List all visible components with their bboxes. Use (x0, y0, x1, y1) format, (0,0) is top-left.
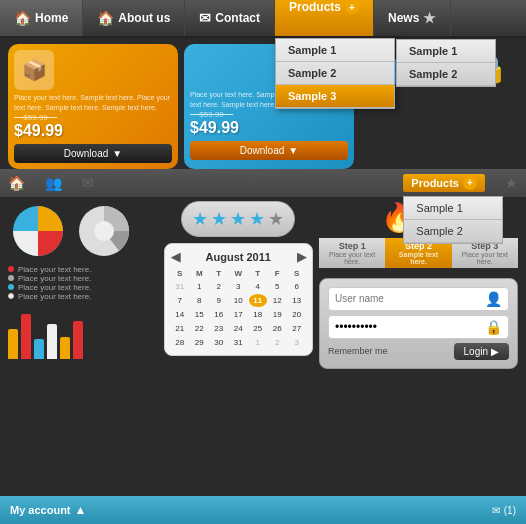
login-button[interactable]: Login ▶ (454, 343, 509, 360)
cal-day-8[interactable]: 8 (190, 294, 209, 307)
cal-day-23[interactable]: 23 (210, 322, 229, 335)
stars-widget[interactable]: ★ ★ ★ ★ ★ (181, 201, 295, 237)
products-dropdown: Sample 1 Sample 2 Sample 3 Sample 1 Samp… (275, 38, 395, 109)
cal-day-31b[interactable]: 31 (229, 336, 248, 349)
cal-day-25[interactable]: 25 (249, 322, 268, 335)
calendar-header: ◀ August 2011 ▶ (171, 250, 307, 264)
nav-news[interactable]: News ★ (374, 0, 451, 36)
pie-chart-1 (8, 201, 68, 261)
cal-day-5[interactable]: 5 (268, 280, 287, 293)
cal-day-9[interactable]: 9 (210, 294, 229, 307)
pie-charts (8, 201, 158, 261)
cal-day-7[interactable]: 7 (171, 294, 190, 307)
cal-day-10[interactable]: 10 (229, 294, 248, 307)
cal-day-11[interactable]: 11 (249, 294, 268, 307)
sep-dropdown-item2[interactable]: Sample 2 (404, 220, 502, 243)
dropdown-sample2[interactable]: Sample 2 (276, 62, 394, 85)
cal-day-22[interactable]: 22 (190, 322, 209, 335)
cal-day-14[interactable]: 14 (171, 308, 190, 321)
nav-products[interactable]: Products + Sample 1 Sample 2 Sample 3 Sa… (275, 0, 374, 36)
nav-home[interactable]: 🏠 Home (0, 0, 83, 36)
bar-6 (73, 321, 83, 359)
star-1[interactable]: ★ (192, 208, 208, 230)
cal-day-2b[interactable]: 2 (268, 336, 287, 349)
sep-dropdown-item1[interactable]: Sample 1 (404, 197, 502, 220)
nav-contact-label: Contact (215, 11, 260, 25)
cal-day-17[interactable]: 17 (229, 308, 248, 321)
product-image-1: 📦 (14, 50, 54, 90)
sep-products-text: Products (411, 177, 459, 189)
legend-dot-3 (8, 284, 14, 290)
cal-day-13[interactable]: 13 (288, 294, 307, 307)
star-3[interactable]: ★ (230, 208, 246, 230)
cal-day-24[interactable]: 24 (229, 322, 248, 335)
bar-2 (21, 314, 31, 359)
contact-icon: ✉ (199, 10, 211, 26)
remember-row: Remember me Login ▶ (328, 343, 509, 360)
cal-prev-button[interactable]: ◀ (171, 250, 180, 264)
lock-input-icon: 🔒 (485, 319, 502, 335)
nav-news-label: News (388, 11, 419, 25)
separator-bar: 🏠 👥 ✉ Products + Sample 1 Sample 2 ★ (0, 169, 526, 197)
card2-download-button[interactable]: Download ▼ (190, 141, 348, 160)
cal-day-19[interactable]: 19 (268, 308, 287, 321)
cal-day-20[interactable]: 20 (288, 308, 307, 321)
bar-4 (47, 324, 57, 359)
calendar: ◀ August 2011 ▶ S M T W T F S 31 1 2 3 (164, 243, 314, 356)
card1-download-button[interactable]: Download ▼ (14, 144, 172, 163)
legend-dot-4 (8, 293, 14, 299)
cal-month-label: August 2011 (206, 251, 271, 263)
cal-day-15[interactable]: 15 (190, 308, 209, 321)
cal-day-4[interactable]: 4 (249, 280, 268, 293)
cal-day-26[interactable]: 26 (268, 322, 287, 335)
star-4[interactable]: ★ (249, 208, 265, 230)
cal-day-31[interactable]: 31 (171, 280, 190, 293)
username-input[interactable] (335, 293, 485, 304)
cal-day-29[interactable]: 29 (190, 336, 209, 349)
sep-products-label[interactable]: Products + (403, 174, 485, 192)
cal-header-s2: S (288, 268, 307, 279)
footer-mail-icon: ✉ (492, 505, 500, 516)
legend-item-1: Place your text here. (8, 265, 158, 274)
legend-item-3: Place your text here. (8, 283, 158, 292)
star-5[interactable]: ★ (268, 208, 284, 230)
chart-legend: Place your text here. Place your text he… (8, 265, 158, 301)
cal-day-12[interactable]: 12 (268, 294, 287, 307)
nav-about[interactable]: 🏠 About us (83, 0, 185, 36)
nav-products-label: Products (289, 0, 341, 36)
about-icon: 🏠 (97, 10, 114, 26)
cal-day-30[interactable]: 30 (210, 336, 229, 349)
cal-day-18[interactable]: 18 (249, 308, 268, 321)
bar-chart (8, 309, 158, 359)
step-1-label: Step 1 (325, 241, 379, 251)
cal-day-28[interactable]: 28 (171, 336, 190, 349)
step-3-sub: Place your text here. (458, 251, 512, 265)
step-1[interactable]: Step 1 Place your text here. (319, 238, 385, 268)
cal-day-3[interactable]: 3 (229, 280, 248, 293)
footer-account-label: My account (10, 504, 71, 516)
calendar-grid: S M T W T F S 31 1 2 3 4 5 6 7 (171, 268, 307, 349)
cal-day-1b[interactable]: 1 (249, 336, 268, 349)
legend-text-3: Place your text here. (18, 283, 91, 292)
cal-next-button[interactable]: ▶ (297, 250, 306, 264)
dropdown-sample3[interactable]: Sample 3 (276, 85, 394, 108)
cal-day-16[interactable]: 16 (210, 308, 229, 321)
news-star-icon: ★ (423, 10, 436, 26)
cal-day-21[interactable]: 21 (171, 322, 190, 335)
cal-day-27[interactable]: 27 (288, 322, 307, 335)
user-icon: 👤 (485, 291, 502, 307)
nav-contact[interactable]: ✉ Contact (185, 0, 275, 36)
dropdown-sub-sample1[interactable]: Sample 1 (397, 40, 495, 63)
cal-day-1a[interactable]: 1 (190, 280, 209, 293)
legend-text-4: Place your text here. (18, 292, 91, 301)
cal-day-6[interactable]: 6 (288, 280, 307, 293)
svg-point-2 (94, 221, 114, 241)
dropdown-sub-sample2[interactable]: Sample 2 (397, 63, 495, 86)
password-input[interactable] (335, 320, 485, 334)
sep-star-icon: ★ (505, 175, 518, 191)
dropdown-sample1[interactable]: Sample 1 (276, 39, 394, 62)
star-2[interactable]: ★ (211, 208, 227, 230)
cal-day-2[interactable]: 2 (210, 280, 229, 293)
footer-left[interactable]: My account ▲ (10, 503, 86, 517)
cal-day-3b[interactable]: 3 (288, 336, 307, 349)
